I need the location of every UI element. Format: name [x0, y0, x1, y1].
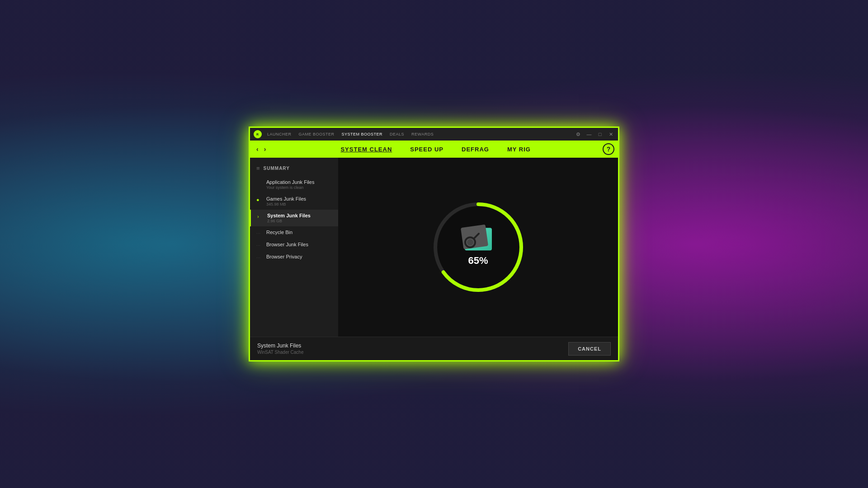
status-subtitle: WinSAT Shader Cache	[257, 350, 568, 355]
title-bar: R LAUNCHER GAME BOOSTER SYSTEM BOOSTER D…	[250, 128, 618, 141]
browser-junk-content: Browser Junk Files	[266, 242, 308, 247]
system-junk-name: System Junk Files	[267, 213, 311, 218]
close-button[interactable]: ✕	[607, 131, 614, 138]
titlebar-deals[interactable]: DEALS	[390, 132, 404, 136]
nav-bar: ‹ › SYSTEM CLEAN SPEED UP DEFRAG MY RIG …	[250, 141, 618, 158]
sidebar-item-recycle-bin[interactable]: ··· Recycle Bin	[250, 226, 338, 239]
tab-system-clean[interactable]: SYSTEM CLEAN	[340, 146, 392, 153]
progress-container: 65%	[429, 197, 528, 297]
maximize-button[interactable]: □	[596, 131, 604, 138]
nav-back-button[interactable]: ‹	[254, 145, 261, 153]
sidebar-item-system-junk[interactable]: › System Junk Files 2.96 GB	[250, 210, 338, 226]
sidebar-item-app-junk[interactable]: Application Junk Files Your system is cl…	[250, 176, 338, 193]
progress-ring: 65%	[429, 197, 528, 297]
cancel-button[interactable]: CANCEL	[568, 342, 611, 356]
games-junk-content: Games Junk Files 345.98 MB	[266, 196, 306, 206]
tab-speed-up[interactable]: SPEED UP	[410, 146, 443, 153]
sidebar-header: ≡ SUMMARY	[250, 163, 338, 176]
games-junk-name: Games Junk Files	[266, 196, 306, 202]
progress-percent: 65%	[468, 255, 488, 267]
sidebar-item-browser-junk[interactable]: ··· Browser Junk Files	[250, 239, 338, 251]
app-junk-content: Application Junk Files Your system is cl…	[266, 179, 314, 190]
browser-junk-indicator: ···	[256, 244, 263, 248]
titlebar-game-booster[interactable]: GAME BOOSTER	[299, 132, 335, 136]
sidebar-header-label: SUMMARY	[264, 166, 290, 171]
window-controls: ⚙ — □ ✕	[575, 131, 614, 138]
browser-privacy-name: Browser Privacy	[266, 254, 302, 259]
recycle-bin-name: Recycle Bin	[266, 230, 292, 235]
tab-my-rig[interactable]: MY RIG	[507, 146, 531, 153]
titlebar-system-booster[interactable]: SYSTEM BOOSTER	[342, 132, 383, 136]
status-bar: System Junk Files WinSAT Shader Cache CA…	[250, 337, 618, 360]
browser-privacy-content: Browser Privacy	[266, 254, 302, 259]
sidebar: ≡ SUMMARY Application Junk Files Your sy…	[250, 158, 338, 337]
svg-text:R: R	[256, 133, 259, 136]
main-content: ≡ SUMMARY Application Junk Files Your sy…	[250, 158, 618, 337]
app-junk-name: Application Junk Files	[266, 179, 314, 185]
status-text: System Junk Files WinSAT Shader Cache	[257, 343, 568, 355]
games-junk-sub: 345.98 MB	[266, 202, 306, 206]
progress-center: 65%	[462, 226, 495, 267]
sidebar-item-browser-privacy[interactable]: ··· Browser Privacy	[250, 251, 338, 263]
system-junk-indicator: ›	[257, 214, 264, 219]
titlebar-rewards[interactable]: REWARDS	[411, 132, 434, 136]
nav-forward-button[interactable]: ›	[261, 145, 269, 153]
settings-button[interactable]: ⚙	[575, 131, 582, 138]
system-junk-content: System Junk Files 2.96 GB	[267, 213, 311, 223]
browser-junk-name: Browser Junk Files	[266, 242, 308, 247]
sidebar-item-games-junk[interactable]: ● Games Junk Files 345.98 MB	[250, 193, 338, 210]
nav-tabs: SYSTEM CLEAN SPEED UP DEFRAG MY RIG	[269, 146, 603, 153]
system-junk-sub: 2.96 GB	[267, 219, 311, 223]
main-area: 65%	[338, 158, 618, 337]
browser-privacy-indicator: ···	[256, 256, 263, 260]
magnifier-icon	[463, 232, 480, 249]
status-title: System Junk Files	[257, 343, 568, 349]
app-logo: R	[254, 130, 262, 138]
app-window: R LAUNCHER GAME BOOSTER SYSTEM BOOSTER D…	[249, 127, 619, 361]
help-button[interactable]: ?	[603, 143, 614, 155]
recycle-bin-content: Recycle Bin	[266, 230, 292, 235]
svg-line-6	[474, 234, 479, 239]
minimize-button[interactable]: —	[585, 131, 593, 138]
recycle-bin-indicator: ···	[256, 231, 263, 235]
games-junk-indicator: ●	[256, 197, 263, 202]
svg-point-7	[467, 239, 473, 245]
app-junk-sub: Your system is clean	[266, 185, 314, 190]
title-bar-nav: LAUNCHER GAME BOOSTER SYSTEM BOOSTER DEA…	[267, 132, 569, 136]
tab-defrag[interactable]: DEFRAG	[462, 146, 489, 153]
summary-icon: ≡	[256, 165, 260, 172]
titlebar-launcher[interactable]: LAUNCHER	[267, 132, 292, 136]
